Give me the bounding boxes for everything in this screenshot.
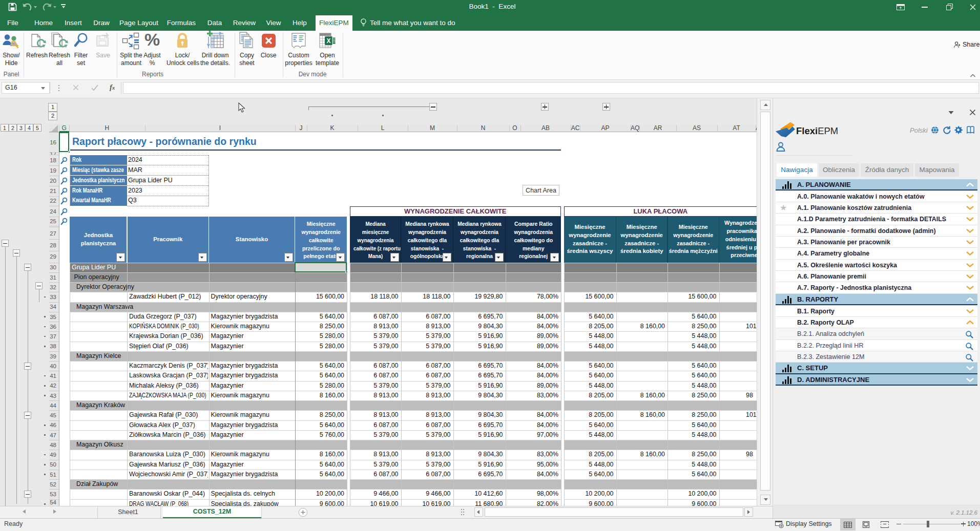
svg-text:X: X [326, 37, 330, 45]
